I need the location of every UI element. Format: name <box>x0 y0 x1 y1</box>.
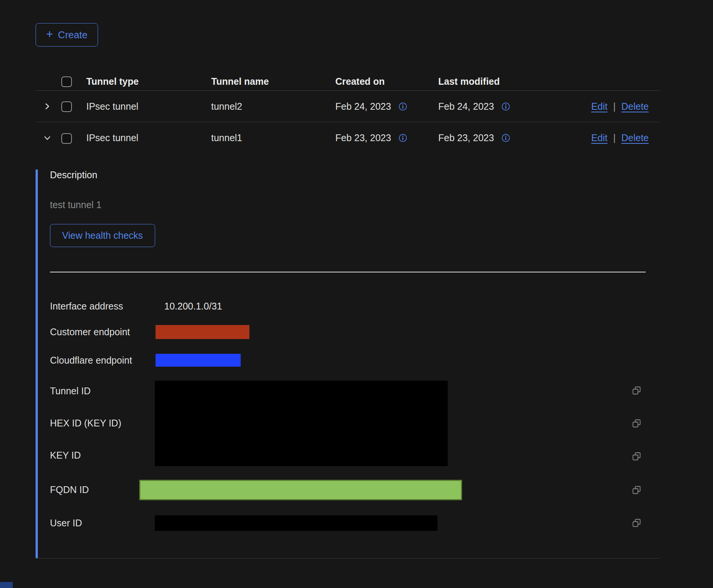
info-button[interactable] <box>399 102 407 111</box>
delete-link[interactable]: Delete <box>621 132 649 143</box>
action-separator: | <box>613 132 616 143</box>
tunnel-name-cell: tunnel2 <box>211 101 335 112</box>
field-row-ids-group: Tunnel ID HEX ID (KEY ID) KEY ID <box>50 381 660 466</box>
tunnels-page: + Create Tunnel type Tunnel name Created… <box>36 23 660 558</box>
info-icon <box>501 134 510 142</box>
create-button-label: Create <box>58 29 87 41</box>
info-button[interactable] <box>501 134 510 142</box>
table-row-tunnel2: IPsec tunnel tunnel2 Feb 24, 2023 Feb 24… <box>36 91 660 122</box>
checkbox-cell <box>59 132 86 143</box>
actions-cell: Edit | Delete <box>541 132 660 143</box>
last-modified-value: Feb 23, 2023 <box>438 132 494 143</box>
info-button[interactable] <box>399 134 407 142</box>
copy-user-id-button[interactable] <box>632 518 641 527</box>
copy-tunnel-id-button[interactable] <box>632 386 641 395</box>
expanded-row-indicator <box>36 170 38 558</box>
copy-icon <box>632 485 641 495</box>
last-modified-value: Feb 24, 2023 <box>438 101 494 112</box>
field-row-customer-endpoint: Customer endpoint <box>50 318 660 346</box>
column-header-tunnel-name: Tunnel name <box>211 76 335 87</box>
last-modified-cell: Feb 24, 2023 <box>438 101 541 112</box>
select-all-checkbox[interactable] <box>61 76 72 87</box>
edit-link[interactable]: Edit <box>591 101 607 112</box>
row-checkbox[interactable] <box>61 101 72 112</box>
collapse-row-button[interactable] <box>36 134 59 142</box>
actions-cell: Edit | Delete <box>541 101 660 112</box>
column-header-tunnel-type: Tunnel type <box>86 76 211 87</box>
description-value: test tunnel 1 <box>50 199 660 210</box>
bottom-left-fragment <box>0 582 13 588</box>
expander-cell <box>36 134 59 142</box>
interface-address-value: 10.200.1.0/31 <box>164 301 222 312</box>
chevron-right-icon <box>43 102 51 110</box>
header-checkbox-cell <box>59 76 86 87</box>
chevron-down-icon <box>43 134 51 142</box>
field-row-interface-address: Interface address 10.200.1.0/31 <box>50 295 660 318</box>
user-id-label: User ID <box>50 518 155 529</box>
ids-redaction <box>155 381 448 466</box>
expand-row-button[interactable] <box>36 102 59 110</box>
last-modified-cell: Feb 23, 2023 <box>438 132 541 143</box>
tunnel-id-label: Tunnel ID <box>50 386 155 397</box>
info-icon <box>399 134 407 142</box>
plus-icon: + <box>46 28 53 41</box>
section-divider <box>50 272 646 272</box>
field-row-fqdn-id: FQDN ID <box>50 480 660 500</box>
create-button[interactable]: + Create <box>36 23 98 47</box>
tunnel-type-cell: IPsec tunnel <box>86 132 211 143</box>
copy-fqdn-id-button[interactable] <box>632 485 641 495</box>
edit-link[interactable]: Edit <box>591 132 607 143</box>
delete-link[interactable]: Delete <box>621 101 649 112</box>
copy-icon <box>632 419 641 428</box>
field-row-cloudflare-endpoint: Cloudflare endpoint <box>50 346 660 375</box>
info-icon <box>399 102 407 111</box>
user-id-redaction <box>155 515 437 531</box>
created-on-value: Feb 23, 2023 <box>335 132 391 143</box>
tunnel-type-cell: IPsec tunnel <box>86 101 211 112</box>
expander-cell <box>36 102 59 110</box>
tunnel-name-cell: tunnel1 <box>211 132 335 143</box>
checkbox-cell <box>59 101 86 112</box>
action-separator: | <box>613 101 616 112</box>
key-id-label: KEY ID <box>50 450 155 461</box>
field-row-user-id: User ID <box>50 515 660 531</box>
customer-endpoint-label: Customer endpoint <box>50 327 155 338</box>
interface-address-label: Interface address <box>50 301 155 312</box>
table-header-row: Tunnel type Tunnel name Created on Last … <box>36 73 660 91</box>
copy-key-id-button[interactable] <box>632 452 641 461</box>
fqdn-id-redaction <box>139 480 462 500</box>
ids-copy-column <box>632 381 641 466</box>
ids-label-column: Tunnel ID HEX ID (KEY ID) KEY ID <box>50 381 155 466</box>
column-header-created-on: Created on <box>335 76 438 87</box>
tunnels-table: Tunnel type Tunnel name Created on Last … <box>36 73 660 558</box>
info-button[interactable] <box>501 102 510 111</box>
column-header-last-modified: Last modified <box>438 76 541 87</box>
tunnel-details-panel: Description test tunnel 1 View health ch… <box>36 170 660 558</box>
cloudflare-endpoint-label: Cloudflare endpoint <box>50 355 155 366</box>
created-on-value: Feb 24, 2023 <box>335 101 391 112</box>
description-label: Description <box>50 170 660 180</box>
copy-icon <box>632 518 641 527</box>
view-health-checks-button[interactable]: View health checks <box>50 224 155 247</box>
table-row-tunnel1: IPsec tunnel tunnel1 Feb 23, 2023 Feb 23… <box>36 122 660 154</box>
row-checkbox[interactable] <box>61 133 72 144</box>
cloudflare-endpoint-redaction <box>156 354 241 367</box>
created-on-cell: Feb 23, 2023 <box>335 132 438 143</box>
copy-icon <box>632 452 641 461</box>
hex-id-label: HEX ID (KEY ID) <box>50 418 155 429</box>
copy-hex-id-button[interactable] <box>632 419 641 428</box>
customer-endpoint-redaction <box>156 325 249 339</box>
info-icon <box>501 102 510 111</box>
copy-icon <box>632 386 641 395</box>
created-on-cell: Feb 24, 2023 <box>335 101 438 112</box>
